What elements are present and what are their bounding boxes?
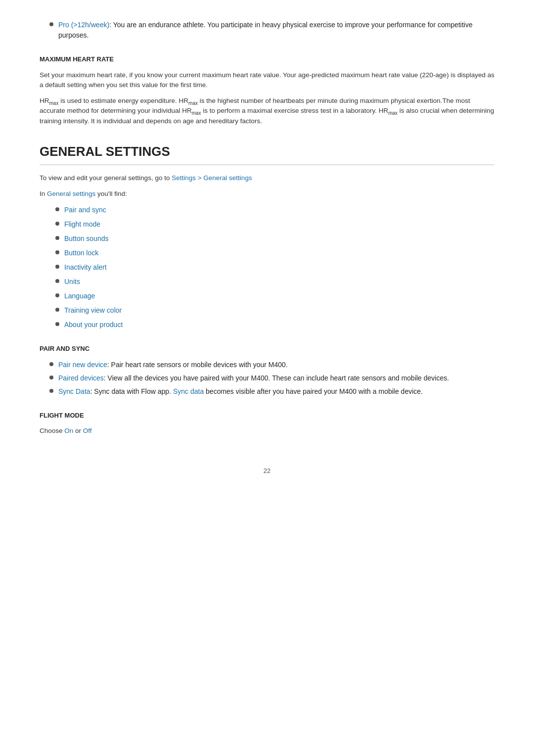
- pair-new-device-text: : Pair heart rate sensors or mobile devi…: [107, 361, 288, 369]
- bullet-icon: [55, 207, 59, 211]
- page-number: 22: [40, 466, 494, 476]
- pro-link[interactable]: Pro (>12h/week): [58, 21, 109, 29]
- bullet-icon: [55, 322, 59, 326]
- list-item: Language: [55, 291, 494, 301]
- flight-mode-off-link[interactable]: Off: [83, 427, 92, 434]
- max-heart-rate-heading: MAXIMUM HEART RATE: [40, 54, 494, 64]
- settings-list-link[interactable]: Inactivity alert: [64, 263, 107, 271]
- settings-list-link[interactable]: Button lock: [64, 249, 98, 257]
- list-item: Pair new device: Pair heart rate sensors…: [49, 360, 494, 370]
- bullet-icon: [55, 293, 59, 297]
- bullet-icon: [55, 308, 59, 312]
- hr-text-2: is used to estimate energy expenditure. …: [58, 97, 188, 104]
- list-item: Pro (>12h/week): You are an endurance at…: [49, 20, 494, 41]
- settings-list-link[interactable]: Training view color: [64, 306, 122, 314]
- sync-data-text2: becomes visible after you have paired yo…: [204, 387, 423, 395]
- pro-text: : You are an endurance athlete. You part…: [58, 21, 473, 39]
- general-settings-link[interactable]: General settings: [47, 190, 95, 197]
- hr-text-1: HR: [40, 97, 49, 104]
- paired-devices-link[interactable]: Paired devices: [58, 374, 104, 382]
- general-settings-intro: To view and edit your general settings, …: [40, 173, 494, 183]
- hr-sub-2: max: [188, 100, 198, 106]
- list-item: Training view color: [55, 305, 494, 316]
- settings-general-link[interactable]: Settings > General settings: [172, 174, 252, 182]
- bullet-icon: [55, 265, 59, 269]
- settings-list-link[interactable]: Pair and sync: [64, 206, 106, 214]
- hr-text-4: is to perform a maximal exercise stress …: [201, 107, 389, 114]
- pair-new-device-link[interactable]: Pair new device: [58, 361, 107, 369]
- flight-mode-text: Choose On or Off: [40, 426, 494, 436]
- intro-text-1: To view and edit your general settings, …: [40, 174, 172, 182]
- list-item: About your product: [55, 320, 494, 330]
- list-item: Button sounds: [55, 234, 494, 244]
- list-item: Flight mode: [55, 219, 494, 230]
- bullet-icon: [55, 279, 59, 283]
- list-item: Units: [55, 277, 494, 287]
- general-settings-in-text: In General settings you'll find:: [40, 189, 494, 199]
- hr-sub-4: max: [388, 110, 398, 116]
- top-bullet-list: Pro (>12h/week): You are an endurance at…: [40, 20, 494, 41]
- list-item: Inactivity alert: [55, 262, 494, 273]
- list-item: Paired devices: View all the devices you…: [49, 373, 494, 383]
- settings-list-link[interactable]: Button sounds: [64, 235, 109, 242]
- in-text-2: you'll find:: [95, 190, 127, 197]
- flight-mode-on-link[interactable]: On: [64, 427, 73, 434]
- paired-devices-text: : View all the devices you have paired w…: [104, 374, 449, 382]
- bullet-icon: [49, 362, 53, 366]
- in-text-1: In: [40, 190, 47, 197]
- bullet-icon: [55, 236, 59, 240]
- max-heart-rate-para2: HRmax is used to estimate energy expendi…: [40, 96, 494, 126]
- flight-mode-text2: or: [73, 427, 83, 434]
- sync-data-text1: : Sync data with Flow app.: [90, 387, 173, 395]
- pair-sync-list: Pair new device: Pair heart rate sensors…: [40, 360, 494, 397]
- settings-list-link[interactable]: Units: [64, 278, 80, 285]
- bullet-icon: [49, 22, 53, 26]
- pair-sync-heading: PAIR AND SYNC: [40, 344, 494, 354]
- bullet-icon: [55, 250, 59, 254]
- max-heart-rate-para1: Set your maximum heart rate, if you know…: [40, 70, 494, 91]
- list-item: Button lock: [55, 248, 494, 258]
- bullet-icon: [55, 222, 59, 226]
- settings-list-link[interactable]: Language: [64, 292, 95, 300]
- settings-list-link[interactable]: About your product: [64, 321, 123, 329]
- flight-mode-heading: FLIGHT MODE: [40, 411, 494, 421]
- bullet-icon: [49, 376, 53, 379]
- sync-data-link2[interactable]: Sync data: [173, 387, 204, 395]
- settings-list-link[interactable]: Flight mode: [64, 220, 100, 228]
- general-settings-heading: GENERAL SETTINGS: [40, 142, 494, 165]
- list-item: Sync Data: Sync data with Flow app. Sync…: [49, 386, 494, 397]
- sync-data-link[interactable]: Sync Data: [58, 387, 90, 395]
- hr-sub-1: max: [49, 100, 59, 106]
- bullet-icon: [49, 389, 53, 393]
- hr-sub-3: max: [192, 110, 201, 116]
- general-settings-list: Pair and syncFlight modeButton soundsBut…: [40, 205, 494, 330]
- flight-mode-text1: Choose: [40, 427, 64, 434]
- list-item: Pair and sync: [55, 205, 494, 215]
